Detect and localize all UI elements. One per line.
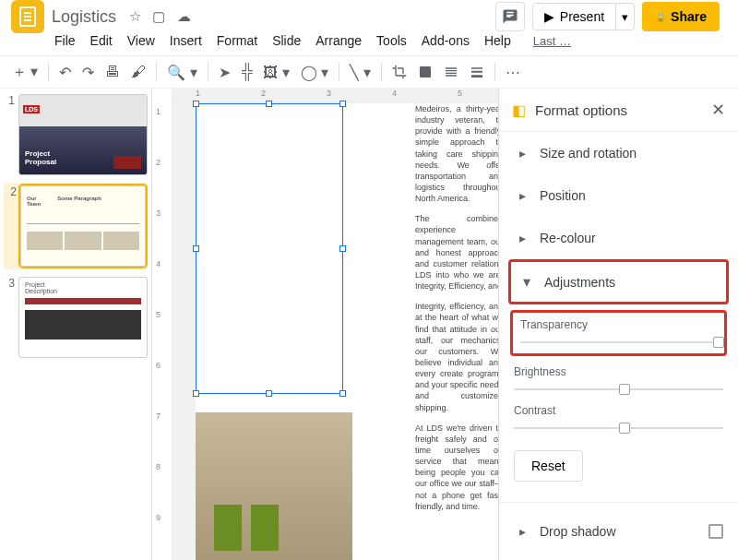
mask-icon[interactable] [413, 61, 437, 83]
redo-icon[interactable]: ↷ [77, 60, 99, 85]
menu-addons[interactable]: Add-ons [415, 30, 476, 52]
present-dropdown[interactable]: ▾ [616, 3, 635, 30]
reset-button[interactable]: Reset [514, 450, 583, 482]
undo-icon[interactable]: ↶ [54, 60, 76, 85]
menu-view[interactable]: View [121, 30, 161, 52]
brightness-slider[interactable] [514, 384, 723, 395]
cloud-icon[interactable]: ☁ [177, 8, 191, 24]
slide-image-2[interactable] [196, 412, 352, 560]
menu-format[interactable]: Format [210, 30, 264, 52]
chevron-right-icon [514, 146, 530, 161]
brightness-label: Brightness [514, 365, 723, 378]
select-icon[interactable]: ➤ [214, 60, 235, 85]
menu-file[interactable]: File [48, 30, 82, 52]
menu-insert[interactable]: Insert [163, 30, 208, 52]
more-icon[interactable]: ⋯ [501, 60, 525, 85]
transparency-label: Transparency [520, 318, 717, 331]
zoom-icon[interactable]: 🔍 ▾ [162, 60, 201, 85]
section-adjustments[interactable]: Adjustments [508, 259, 729, 304]
format-options-icon: ◧ [512, 101, 526, 119]
slide-thumbnail-2[interactable]: Our Team Some Paragraph [20, 185, 146, 267]
crop-icon[interactable] [387, 61, 411, 83]
present-button[interactable]: ▶ Present [532, 3, 616, 30]
transparency-slider[interactable] [520, 337, 717, 348]
chevron-right-icon [514, 188, 530, 203]
menubar: File Edit View Insert Format Slide Arran… [0, 28, 738, 55]
print-icon[interactable]: 🖶 [101, 60, 125, 84]
textbox-icon[interactable]: ╬ [237, 60, 256, 84]
last-edit[interactable]: Last … [527, 30, 577, 52]
section-position[interactable]: Position [503, 174, 734, 217]
vertical-ruler: 12345678910 [152, 89, 173, 560]
thumb-number: 1 [4, 94, 15, 107]
thumb-number: 3 [4, 277, 15, 290]
menu-help[interactable]: Help [478, 30, 518, 52]
svg-rect-0 [420, 66, 431, 77]
move-icon[interactable]: ▢ [152, 8, 165, 24]
paint-format-icon[interactable]: 🖌 [126, 60, 150, 84]
line-icon[interactable]: ╲ ▾ [345, 60, 375, 85]
menu-tools[interactable]: Tools [370, 30, 413, 52]
star-icon[interactable]: ☆ [129, 8, 141, 24]
selected-image[interactable] [196, 103, 343, 394]
doc-title[interactable]: Logistics [52, 7, 116, 27]
horizontal-ruler: 12345 [173, 89, 498, 103]
toolbar: ＋ ▾ ↶ ↷ 🖶 🖌 🔍 ▾ ➤ ╬ 🖼 ▾ ◯ ▾ ╲ ▾ ⋯ [0, 55, 738, 89]
new-slide-icon[interactable]: ＋ ▾ [7, 59, 42, 86]
slide-thumbnail-1[interactable]: LDS Project Proposal [18, 94, 148, 175]
close-icon[interactable]: ✕ [711, 100, 725, 120]
border-color-icon[interactable] [439, 61, 463, 83]
chevron-down-icon [518, 273, 535, 291]
chevron-right-icon [514, 524, 530, 539]
section-drop-shadow[interactable]: Drop shadow [503, 510, 734, 553]
thumb-number: 2 [6, 185, 17, 198]
format-options-panel: ◧ Format options ✕ Size and rotation Pos… [498, 89, 738, 560]
slide-canvas[interactable]: Medeiros, a thirty-year industry veteran… [196, 103, 498, 560]
border-weight-icon[interactable] [465, 61, 489, 83]
panel-title: Format options [535, 102, 711, 118]
chevron-right-icon [514, 231, 530, 245]
slide-textbox[interactable]: Medeiros, a thirty-year industry veteran… [415, 103, 498, 521]
thumbnail-panel: 1 LDS Project Proposal 2 Our Team Some P… [0, 89, 152, 560]
section-recolour[interactable]: Re-colour [503, 217, 734, 259]
menu-slide[interactable]: Slide [266, 30, 307, 52]
menu-arrange[interactable]: Arrange [309, 30, 368, 52]
image-icon[interactable]: 🖼 ▾ [258, 60, 293, 85]
shape-icon[interactable]: ◯ ▾ [296, 60, 333, 85]
section-size-rotation[interactable]: Size and rotation [503, 132, 734, 174]
canvas-area[interactable]: 12345678910 12345 Medeiros, a thirty-yea… [152, 89, 498, 560]
slide-thumbnail-3[interactable]: Project Description [18, 277, 148, 358]
menu-edit[interactable]: Edit [84, 30, 119, 52]
contrast-slider[interactable] [514, 423, 723, 434]
section-reflection[interactable]: Reflection [503, 553, 734, 560]
drop-shadow-checkbox[interactable] [708, 524, 723, 539]
contrast-label: Contrast [514, 404, 723, 417]
adjustments-body: Transparency Brightness Contrast [503, 304, 734, 494]
